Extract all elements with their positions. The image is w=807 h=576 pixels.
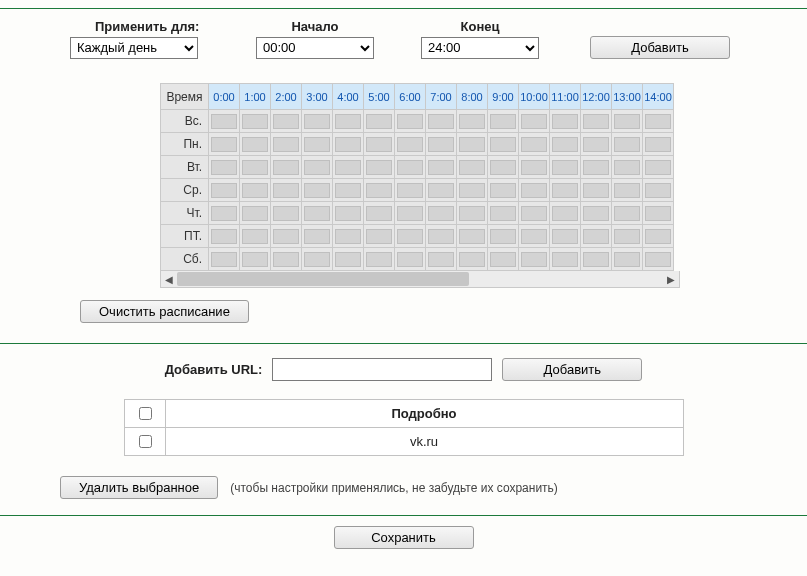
schedule-cell[interactable]	[240, 248, 271, 271]
schedule-cell[interactable]	[519, 225, 550, 248]
schedule-cell[interactable]	[240, 133, 271, 156]
schedule-cell[interactable]	[550, 202, 581, 225]
schedule-cell[interactable]	[271, 225, 302, 248]
schedule-cell[interactable]	[612, 179, 643, 202]
schedule-cell[interactable]	[209, 133, 240, 156]
schedule-cell[interactable]	[271, 133, 302, 156]
schedule-cell[interactable]	[240, 179, 271, 202]
schedule-cell[interactable]	[395, 248, 426, 271]
schedule-cell[interactable]	[209, 248, 240, 271]
schedule-cell[interactable]	[581, 133, 612, 156]
schedule-cell[interactable]	[643, 110, 674, 133]
schedule-cell[interactable]	[457, 179, 488, 202]
schedule-cell[interactable]	[240, 225, 271, 248]
schedule-cell[interactable]	[302, 248, 333, 271]
schedule-cell[interactable]	[643, 202, 674, 225]
schedule-cell[interactable]	[240, 156, 271, 179]
schedule-cell[interactable]	[457, 156, 488, 179]
schedule-cell[interactable]	[488, 133, 519, 156]
schedule-cell[interactable]	[209, 202, 240, 225]
schedule-cell[interactable]	[209, 225, 240, 248]
schedule-h-scrollbar[interactable]: ◀ ▶	[160, 271, 680, 288]
schedule-cell[interactable]	[612, 225, 643, 248]
schedule-cell[interactable]	[302, 156, 333, 179]
schedule-cell[interactable]	[457, 202, 488, 225]
schedule-cell[interactable]	[550, 156, 581, 179]
schedule-cell[interactable]	[488, 202, 519, 225]
schedule-cell[interactable]	[426, 248, 457, 271]
schedule-cell[interactable]	[302, 179, 333, 202]
hour-header[interactable]: 0:00	[209, 84, 240, 110]
schedule-cell[interactable]	[271, 110, 302, 133]
hour-header[interactable]: 11:00	[550, 84, 581, 110]
schedule-cell[interactable]	[302, 225, 333, 248]
schedule-cell[interactable]	[519, 248, 550, 271]
end-time-select[interactable]: 24:00	[421, 37, 539, 59]
schedule-cell[interactable]	[550, 110, 581, 133]
schedule-cell[interactable]	[457, 225, 488, 248]
hour-header[interactable]: 4:00	[333, 84, 364, 110]
hour-header[interactable]: 9:00	[488, 84, 519, 110]
schedule-cell[interactable]	[333, 133, 364, 156]
schedule-cell[interactable]	[581, 110, 612, 133]
schedule-cell[interactable]	[395, 202, 426, 225]
schedule-cell[interactable]	[364, 179, 395, 202]
schedule-cell[interactable]	[395, 156, 426, 179]
schedule-cell[interactable]	[488, 179, 519, 202]
schedule-cell[interactable]	[333, 225, 364, 248]
schedule-cell[interactable]	[643, 225, 674, 248]
scroll-thumb[interactable]	[177, 272, 469, 286]
schedule-cell[interactable]	[302, 110, 333, 133]
schedule-cell[interactable]	[643, 248, 674, 271]
schedule-cell[interactable]	[333, 179, 364, 202]
schedule-cell[interactable]	[209, 156, 240, 179]
schedule-cell[interactable]	[364, 133, 395, 156]
schedule-cell[interactable]	[612, 248, 643, 271]
schedule-cell[interactable]	[395, 225, 426, 248]
schedule-cell[interactable]	[364, 110, 395, 133]
schedule-cell[interactable]	[364, 225, 395, 248]
schedule-grid[interactable]: Время0:001:002:003:004:005:006:007:008:0…	[160, 83, 674, 271]
schedule-cell[interactable]	[271, 248, 302, 271]
schedule-cell[interactable]	[643, 179, 674, 202]
schedule-cell[interactable]	[581, 179, 612, 202]
schedule-cell[interactable]	[426, 179, 457, 202]
schedule-cell[interactable]	[643, 133, 674, 156]
schedule-cell[interactable]	[209, 110, 240, 133]
schedule-cell[interactable]	[488, 110, 519, 133]
schedule-cell[interactable]	[457, 110, 488, 133]
schedule-cell[interactable]	[550, 248, 581, 271]
hour-header[interactable]: 1:00	[240, 84, 271, 110]
schedule-cell[interactable]	[581, 248, 612, 271]
schedule-cell[interactable]	[364, 156, 395, 179]
schedule-cell[interactable]	[395, 133, 426, 156]
schedule-cell[interactable]	[395, 110, 426, 133]
schedule-cell[interactable]	[612, 110, 643, 133]
hour-header[interactable]: 3:00	[302, 84, 333, 110]
schedule-cell[interactable]	[519, 110, 550, 133]
hour-header[interactable]: 13:00	[612, 84, 643, 110]
add-url-button[interactable]: Добавить	[502, 358, 642, 381]
schedule-cell[interactable]	[333, 110, 364, 133]
delete-selected-button[interactable]: Удалить выбранное	[60, 476, 218, 499]
schedule-cell[interactable]	[612, 202, 643, 225]
schedule-cell[interactable]	[612, 133, 643, 156]
schedule-cell[interactable]	[426, 133, 457, 156]
schedule-cell[interactable]	[581, 225, 612, 248]
apply-for-select[interactable]: Каждый день	[70, 37, 198, 59]
schedule-cell[interactable]	[519, 133, 550, 156]
schedule-cell[interactable]	[612, 156, 643, 179]
scroll-right-icon[interactable]: ▶	[663, 274, 679, 285]
hour-header[interactable]: 8:00	[457, 84, 488, 110]
schedule-cell[interactable]	[333, 248, 364, 271]
schedule-cell[interactable]	[333, 202, 364, 225]
hour-header[interactable]: 6:00	[395, 84, 426, 110]
clear-schedule-button[interactable]: Очистить расписание	[80, 300, 249, 323]
schedule-cell[interactable]	[488, 156, 519, 179]
schedule-cell[interactable]	[333, 156, 364, 179]
schedule-cell[interactable]	[519, 202, 550, 225]
hour-header[interactable]: 12:00	[581, 84, 612, 110]
select-all-checkbox[interactable]	[139, 407, 152, 420]
hour-header[interactable]: 2:00	[271, 84, 302, 110]
schedule-cell[interactable]	[581, 202, 612, 225]
